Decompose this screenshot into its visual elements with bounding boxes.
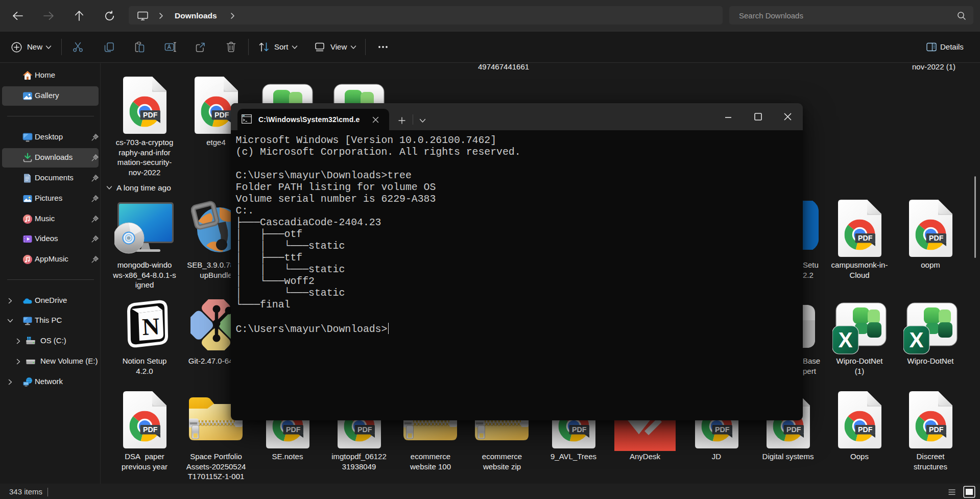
- svg-text:N: N: [141, 313, 160, 340]
